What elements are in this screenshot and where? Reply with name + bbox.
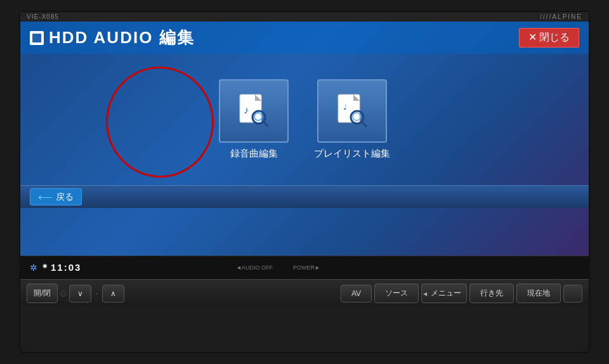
selection-circle-annotation [102, 62, 219, 182]
svg-line-11 [362, 122, 366, 126]
back-button[interactable]: ⟵ 戻る [30, 188, 82, 205]
separator: · [94, 287, 100, 300]
playlist-edit-button[interactable]: ♩ プレイリスト編集 [314, 79, 390, 160]
device-label-bar: VIE-X085 ////ALPINE [20, 12, 589, 22]
open-close-button[interactable]: 開/閉 [27, 283, 58, 303]
control-bar: 開/閉 ∨ · ∧ AV ソース メニュー 行き先 現在地 [20, 279, 589, 307]
header-bar: HDD AUDIO 編集 ✕ 閉じる [20, 22, 589, 54]
audio-off-label: ◄AUDIO OFF [236, 264, 273, 271]
device-model: VIE-X085 [27, 13, 59, 20]
menu-area: ♪ 録音曲編集 [20, 54, 589, 185]
menu-button[interactable]: メニュー [421, 283, 467, 303]
status-bar: ⟵ 戻る [20, 185, 589, 208]
recording-edit-button[interactable]: ♪ 録音曲編集 [219, 79, 289, 160]
music-search-icon: ♪ [235, 92, 273, 130]
recording-edit-icon-box: ♪ [219, 79, 289, 143]
current-location-button[interactable]: 現在地 [516, 283, 561, 303]
hdd-icon [30, 31, 44, 45]
svg-line-5 [263, 122, 268, 126]
indicator-dot [60, 290, 67, 297]
info-bar-row: ✲ ＊11:03 ◄AUDIO OFF POWER► [20, 256, 589, 279]
destination-button[interactable]: 行き先 [469, 283, 514, 303]
header-title: HDD AUDIO 編集 [30, 27, 195, 49]
down-button[interactable]: ∨ [69, 285, 91, 302]
device-brand: ////ALPINE [540, 13, 582, 20]
recording-edit-label: 録音曲編集 [230, 148, 278, 160]
svg-text:♪: ♪ [244, 105, 249, 115]
bluetooth-icon: ✲ [30, 263, 37, 273]
playlist-edit-label: プレイリスト編集 [314, 148, 390, 160]
up-button[interactable]: ∧ [102, 285, 124, 302]
back-arrow-icon: ⟵ [38, 191, 53, 203]
car-audio-unit: VIE-X085 ////ALPINE HDD AUDIO 編集 ✕ 閉じる [19, 11, 590, 353]
close-button[interactable]: ✕ 閉じる [519, 28, 579, 48]
power-label: POWER► [293, 264, 320, 271]
playlist-edit-icon-box: ♩ [317, 79, 387, 143]
page-title: HDD AUDIO 編集 [49, 27, 195, 49]
source-button[interactable]: ソース [374, 283, 419, 303]
time-display: ＊11:03 [40, 262, 81, 274]
back-label: 戻る [56, 192, 74, 203]
blank-button [563, 285, 582, 302]
av-button[interactable]: AV [341, 285, 372, 302]
main-screen: HDD AUDIO 編集 ✕ 閉じる [20, 22, 589, 256]
playlist-search-icon: ♩ [333, 92, 371, 130]
svg-text:♩: ♩ [343, 103, 347, 112]
